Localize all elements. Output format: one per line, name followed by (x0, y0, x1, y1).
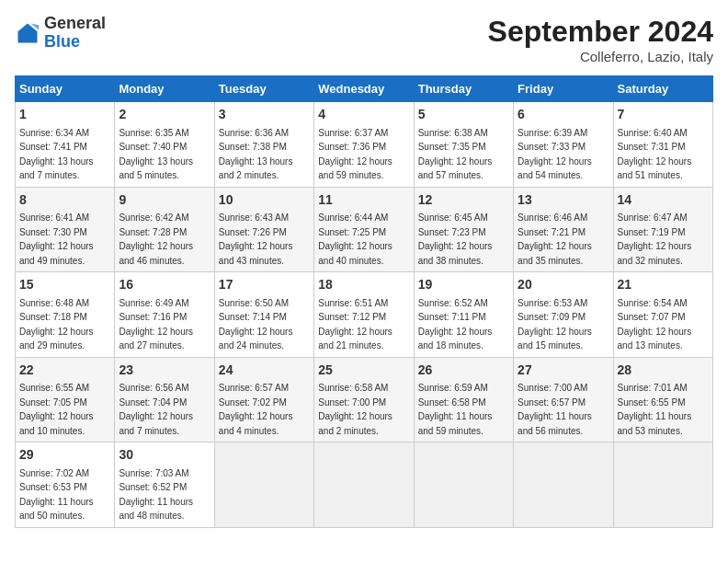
day-number: 13 (518, 191, 609, 210)
col-friday: Friday (514, 76, 613, 102)
table-row: 2 Sunrise: 6:35 AMSunset: 7:40 PMDayligh… (115, 102, 214, 188)
day-info: Sunrise: 6:52 AMSunset: 7:11 PMDaylight:… (418, 298, 493, 351)
calendar-week-5: 29 Sunrise: 7:02 AMSunset: 6:53 PMDaylig… (16, 442, 713, 528)
table-row: 17 Sunrise: 6:50 AMSunset: 7:14 PMDaylig… (214, 272, 313, 358)
day-info: Sunrise: 6:38 AMSunset: 7:35 PMDaylight:… (418, 128, 493, 181)
day-info: Sunrise: 6:56 AMSunset: 7:04 PMDaylight:… (119, 383, 193, 436)
day-info: Sunrise: 7:01 AMSunset: 6:55 PMDaylight:… (618, 383, 692, 436)
day-number: 29 (19, 446, 110, 465)
day-number: 14 (618, 191, 709, 210)
table-row: 15 Sunrise: 6:48 AMSunset: 7:18 PMDaylig… (16, 272, 115, 358)
day-number: 22 (19, 362, 110, 380)
table-row: 4 Sunrise: 6:37 AMSunset: 7:36 PMDayligh… (314, 102, 414, 188)
location-subtitle: Colleferro, Lazio, Italy (488, 49, 713, 64)
day-info: Sunrise: 6:53 AMSunset: 7:09 PMDaylight:… (518, 298, 592, 351)
col-sunday: Sunday (16, 76, 115, 102)
day-info: Sunrise: 6:46 AMSunset: 7:21 PMDaylight:… (518, 213, 592, 266)
day-number: 18 (318, 276, 409, 294)
day-info: Sunrise: 6:47 AMSunset: 7:19 PMDaylight:… (618, 213, 692, 266)
page-header: General Blue September 2024 Colleferro, … (15, 15, 713, 64)
table-row: 18 Sunrise: 6:51 AMSunset: 7:12 PMDaylig… (314, 272, 414, 358)
table-row: 29 Sunrise: 7:02 AMSunset: 6:53 PMDaylig… (16, 442, 115, 528)
day-info: Sunrise: 6:36 AMSunset: 7:38 PMDaylight:… (219, 128, 293, 181)
day-info: Sunrise: 6:34 AMSunset: 7:41 PMDaylight:… (19, 128, 94, 181)
table-row: 11 Sunrise: 6:44 AMSunset: 7:25 PMDaylig… (314, 187, 414, 272)
day-info: Sunrise: 7:03 AMSunset: 6:52 PMDaylight:… (119, 468, 193, 522)
table-row: 5 Sunrise: 6:38 AMSunset: 7:35 PMDayligh… (414, 102, 513, 188)
col-thursday: Thursday (414, 76, 513, 102)
logo-icon (15, 20, 40, 46)
day-number: 24 (219, 362, 310, 380)
day-info: Sunrise: 6:41 AMSunset: 7:30 PMDaylight:… (19, 213, 94, 266)
day-number: 23 (119, 362, 210, 380)
logo: General Blue (15, 15, 106, 52)
table-row: 10 Sunrise: 6:43 AMSunset: 7:26 PMDaylig… (214, 187, 313, 272)
day-number: 8 (19, 191, 110, 210)
day-number: 4 (318, 106, 409, 124)
empty-cell (314, 442, 414, 528)
calendar-week-3: 15 Sunrise: 6:48 AMSunset: 7:18 PMDaylig… (16, 272, 713, 358)
table-row: 30 Sunrise: 7:03 AMSunset: 6:52 PMDaylig… (115, 442, 214, 528)
day-info: Sunrise: 6:58 AMSunset: 7:00 PMDaylight:… (318, 383, 392, 436)
table-row: 3 Sunrise: 6:36 AMSunset: 7:38 PMDayligh… (214, 102, 313, 188)
month-title: September 2024 (488, 15, 713, 49)
table-row: 1 Sunrise: 6:34 AMSunset: 7:41 PMDayligh… (16, 102, 115, 188)
day-info: Sunrise: 6:37 AMSunset: 7:36 PMDaylight:… (318, 128, 392, 181)
table-row: 25 Sunrise: 6:58 AMSunset: 7:00 PMDaylig… (314, 357, 414, 442)
day-number: 16 (119, 276, 210, 294)
header-row: Sunday Monday Tuesday Wednesday Thursday… (16, 76, 713, 102)
table-row: 14 Sunrise: 6:47 AMSunset: 7:19 PMDaylig… (613, 187, 712, 272)
day-info: Sunrise: 6:44 AMSunset: 7:25 PMDaylight:… (318, 213, 392, 266)
day-info: Sunrise: 6:39 AMSunset: 7:33 PMDaylight:… (518, 128, 592, 181)
table-row: 22 Sunrise: 6:55 AMSunset: 7:05 PMDaylig… (16, 357, 115, 442)
table-row: 9 Sunrise: 6:42 AMSunset: 7:28 PMDayligh… (115, 187, 214, 272)
col-tuesday: Tuesday (214, 76, 313, 102)
day-number: 2 (119, 106, 210, 124)
table-row: 28 Sunrise: 7:01 AMSunset: 6:55 PMDaylig… (613, 357, 712, 442)
empty-cell (514, 442, 613, 528)
empty-cell (613, 442, 712, 528)
day-info: Sunrise: 6:40 AMSunset: 7:31 PMDaylight:… (618, 128, 692, 181)
day-number: 6 (518, 106, 609, 124)
day-info: Sunrise: 6:43 AMSunset: 7:26 PMDaylight:… (219, 213, 293, 266)
table-row: 12 Sunrise: 6:45 AMSunset: 7:23 PMDaylig… (414, 187, 513, 272)
day-info: Sunrise: 6:51 AMSunset: 7:12 PMDaylight:… (318, 298, 392, 351)
day-number: 28 (618, 362, 709, 380)
day-info: Sunrise: 6:50 AMSunset: 7:14 PMDaylight:… (219, 298, 293, 351)
title-block: September 2024 Colleferro, Lazio, Italy (488, 15, 713, 64)
logo-general: General (44, 14, 106, 32)
day-info: Sunrise: 6:54 AMSunset: 7:07 PMDaylight:… (618, 298, 692, 351)
calendar-table: Sunday Monday Tuesday Wednesday Thursday… (15, 75, 713, 528)
day-number: 9 (119, 191, 210, 210)
day-number: 12 (418, 191, 509, 210)
day-info: Sunrise: 6:57 AMSunset: 7:02 PMDaylight:… (219, 383, 293, 436)
day-info: Sunrise: 6:49 AMSunset: 7:16 PMDaylight:… (119, 298, 193, 351)
col-saturday: Saturday (613, 76, 712, 102)
table-row: 7 Sunrise: 6:40 AMSunset: 7:31 PMDayligh… (613, 102, 712, 188)
day-number: 15 (19, 276, 110, 294)
day-number: 30 (119, 446, 210, 465)
svg-marker-0 (18, 23, 38, 42)
calendar-week-1: 1 Sunrise: 6:34 AMSunset: 7:41 PMDayligh… (16, 102, 713, 188)
day-info: Sunrise: 6:35 AMSunset: 7:40 PMDaylight:… (119, 128, 193, 181)
logo-blue: Blue (44, 32, 80, 51)
empty-cell (414, 442, 513, 528)
day-number: 20 (518, 276, 609, 294)
table-row: 8 Sunrise: 6:41 AMSunset: 7:30 PMDayligh… (16, 187, 115, 272)
day-number: 3 (219, 106, 310, 124)
day-number: 26 (418, 362, 509, 380)
day-info: Sunrise: 6:45 AMSunset: 7:23 PMDaylight:… (418, 213, 493, 266)
day-info: Sunrise: 6:48 AMSunset: 7:18 PMDaylight:… (19, 298, 94, 351)
table-row: 21 Sunrise: 6:54 AMSunset: 7:07 PMDaylig… (613, 272, 712, 358)
calendar-body: 1 Sunrise: 6:34 AMSunset: 7:41 PMDayligh… (16, 102, 713, 528)
day-number: 19 (418, 276, 509, 294)
day-info: Sunrise: 6:59 AMSunset: 6:58 PMDaylight:… (418, 383, 493, 436)
day-info: Sunrise: 7:00 AMSunset: 6:57 PMDaylight:… (518, 383, 592, 436)
table-row: 19 Sunrise: 6:52 AMSunset: 7:11 PMDaylig… (414, 272, 513, 358)
day-info: Sunrise: 6:55 AMSunset: 7:05 PMDaylight:… (19, 383, 94, 436)
day-info: Sunrise: 7:02 AMSunset: 6:53 PMDaylight:… (19, 468, 94, 522)
logo-text: General Blue (44, 15, 106, 52)
calendar-header: Sunday Monday Tuesday Wednesday Thursday… (16, 76, 713, 102)
day-number: 7 (618, 106, 709, 124)
day-number: 11 (318, 191, 409, 210)
